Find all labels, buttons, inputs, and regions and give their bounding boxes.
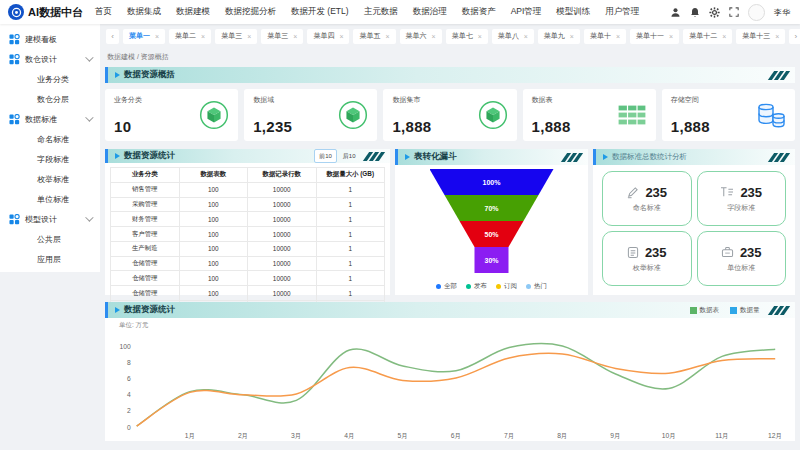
sidebar-item-字段标准[interactable]: 字段标准 xyxy=(0,149,100,169)
table-cell: 1 xyxy=(316,212,385,227)
tab-label: 菜单四 xyxy=(313,31,334,41)
tab-菜单三[interactable]: 菜单三× xyxy=(261,29,303,44)
brand[interactable]: AI数据中台 xyxy=(0,4,95,20)
bell-icon[interactable] xyxy=(690,7,700,18)
chevron-down-icon xyxy=(85,213,93,221)
tab-close-icon[interactable]: × xyxy=(385,33,389,40)
tab-close-icon[interactable]: × xyxy=(247,33,251,40)
sidebar-item-建模看板[interactable]: 建模看板 xyxy=(0,29,100,49)
tab-close-icon[interactable]: × xyxy=(524,33,528,40)
sidebar-item-业务分类[interactable]: 业务分类 xyxy=(0,69,100,89)
tab-close-icon[interactable]: × xyxy=(570,33,574,40)
funnel-legend-热门[interactable]: 热门 xyxy=(526,282,547,291)
column-header: 业务分类 xyxy=(111,168,180,183)
fullscreen-icon[interactable] xyxy=(729,7,739,17)
zigzag-decoration-icon xyxy=(366,152,384,161)
tab-菜单三[interactable]: 菜单三× xyxy=(215,29,257,44)
user-name[interactable]: 李华 xyxy=(774,7,790,18)
gear-icon[interactable] xyxy=(709,7,720,18)
nav-item-API管理[interactable]: API管理 xyxy=(511,6,542,18)
tab-菜单四[interactable]: 菜单四× xyxy=(307,29,349,44)
chart-legend-数据量[interactable]: 数据量 xyxy=(730,306,760,315)
tab-scroll-left-icon[interactable]: ‹ xyxy=(106,29,119,44)
svg-text:6: 6 xyxy=(127,375,131,382)
tab-菜单一[interactable]: 菜单一× xyxy=(123,29,165,44)
sidebar-item-label: 枚举标准 xyxy=(37,174,69,185)
stat-card-业务分类: 业务分类10 xyxy=(105,89,238,141)
breadcrumb[interactable]: 数据建模 / 资源概括 xyxy=(107,52,795,62)
sidebar-item-命名标准[interactable]: 命名标准 xyxy=(0,129,100,149)
tab-close-icon[interactable]: × xyxy=(293,33,297,40)
nav-item-数据治理[interactable]: 数据治理 xyxy=(413,6,447,18)
tab-菜单十三[interactable]: 菜单十三× xyxy=(736,29,785,44)
sidebar-item-公共层[interactable]: 公共层 xyxy=(0,229,100,249)
standard-card-value: 235 xyxy=(740,245,762,260)
sidebar-item-枚举标准[interactable]: 枚举标准 xyxy=(0,169,100,189)
svg-text:100: 100 xyxy=(120,343,131,350)
tab-菜单二[interactable]: 菜单二× xyxy=(169,29,211,44)
sidebar-item-单位标准[interactable]: 单位标准 xyxy=(0,189,100,209)
legend-label: 数据量 xyxy=(740,306,760,315)
nav-item-数据挖掘分析[interactable]: 数据挖掘分析 xyxy=(225,6,276,18)
sidebar-item-数仓分层[interactable]: 数仓分层 xyxy=(0,89,100,109)
table-cell: 仓储管理 xyxy=(111,256,180,271)
stat-card-value: 1,888 xyxy=(671,118,710,135)
nav-item-数据集成[interactable]: 数据集成 xyxy=(127,6,161,18)
svg-text:10月: 10月 xyxy=(662,432,676,440)
line-chart-title: 数据资源统计 xyxy=(124,304,175,316)
funnel-legend-订阅[interactable]: 订阅 xyxy=(496,282,517,291)
tab-菜单十一[interactable]: 菜单十一× xyxy=(630,29,679,44)
tab-close-icon[interactable]: × xyxy=(669,33,673,40)
tab-close-icon[interactable]: × xyxy=(201,33,205,40)
tab-close-icon[interactable]: × xyxy=(339,33,343,40)
top10-back-button[interactable]: 后10 xyxy=(343,152,356,161)
nav-item-用户管理[interactable]: 用户管理 xyxy=(605,6,639,18)
nav-item-首页[interactable]: 首页 xyxy=(95,6,112,18)
tab-close-icon[interactable]: × xyxy=(775,33,779,40)
sidebar-item-数仓设计[interactable]: 数仓设计 xyxy=(0,49,100,69)
svg-text:0: 0 xyxy=(127,424,131,431)
chart-legend-数据表[interactable]: 数据表 xyxy=(690,306,720,315)
middle-row: 数据资源统计 前10 后10 业务分类数据表数数据记录行数数据量大小 (GB)销… xyxy=(105,149,795,295)
standard-card-label: 字段标准 xyxy=(727,203,755,213)
tab-菜单八[interactable]: 菜单八× xyxy=(492,29,534,44)
nav-item-主元数据[interactable]: 主元数据 xyxy=(364,6,398,18)
tab-close-icon[interactable]: × xyxy=(616,33,620,40)
table-cell: 采购管理 xyxy=(111,197,180,212)
nav-item-数据开发 (ETL)[interactable]: 数据开发 (ETL) xyxy=(291,6,349,18)
table-cell: 10000 xyxy=(248,271,317,286)
top10-front-button[interactable]: 前10 xyxy=(314,149,337,163)
tab-菜单九[interactable]: 菜单九× xyxy=(538,29,580,44)
tab-close-icon[interactable]: × xyxy=(155,33,159,40)
tab-close-icon[interactable]: × xyxy=(478,33,482,40)
tab-close-icon[interactable]: × xyxy=(722,33,726,40)
stat-card-存储空间: 存储空间1,888 xyxy=(662,89,795,141)
table-row: 客户管理100100001 xyxy=(111,227,385,242)
tab-菜单七[interactable]: 菜单七× xyxy=(446,29,488,44)
table-cell: 10000 xyxy=(248,241,317,256)
user-icon[interactable] xyxy=(670,7,681,18)
avatar[interactable] xyxy=(748,4,765,21)
tab-菜单十[interactable]: 菜单十× xyxy=(584,29,626,44)
nav-item-模型训练[interactable]: 模型训练 xyxy=(556,6,590,18)
svg-text:4: 4 xyxy=(127,391,131,398)
tab-scroll-right-icon[interactable]: › xyxy=(789,29,800,44)
module-grid-icon xyxy=(9,114,20,125)
sidebar-item-应用层[interactable]: 应用层 xyxy=(0,249,100,269)
zigzag-decoration-icon xyxy=(771,306,789,315)
tab-菜单五[interactable]: 菜单五× xyxy=(353,29,395,44)
nav-item-数据资产[interactable]: 数据资产 xyxy=(462,6,496,18)
tab-菜单六[interactable]: 菜单六× xyxy=(400,29,442,44)
standard-card-单位标准: 235单位标准 xyxy=(697,231,787,286)
sidebar-item-模型设计[interactable]: 模型设计 xyxy=(0,209,100,229)
legend-square-icon xyxy=(730,307,737,314)
nav-item-数据建模[interactable]: 数据建模 xyxy=(176,6,210,18)
standards-title: 数据标准总数统计分析 xyxy=(612,152,687,162)
tab-菜单十二[interactable]: 菜单十二× xyxy=(683,29,732,44)
tab-close-icon[interactable]: × xyxy=(432,33,436,40)
series-line-数据量 xyxy=(137,353,776,426)
funnel-legend-发布[interactable]: 发布 xyxy=(466,282,487,291)
funnel-legend-全部[interactable]: 全部 xyxy=(436,282,457,291)
sidebar-item-数据标准[interactable]: 数据标准 xyxy=(0,109,100,129)
play-icon xyxy=(115,153,120,159)
